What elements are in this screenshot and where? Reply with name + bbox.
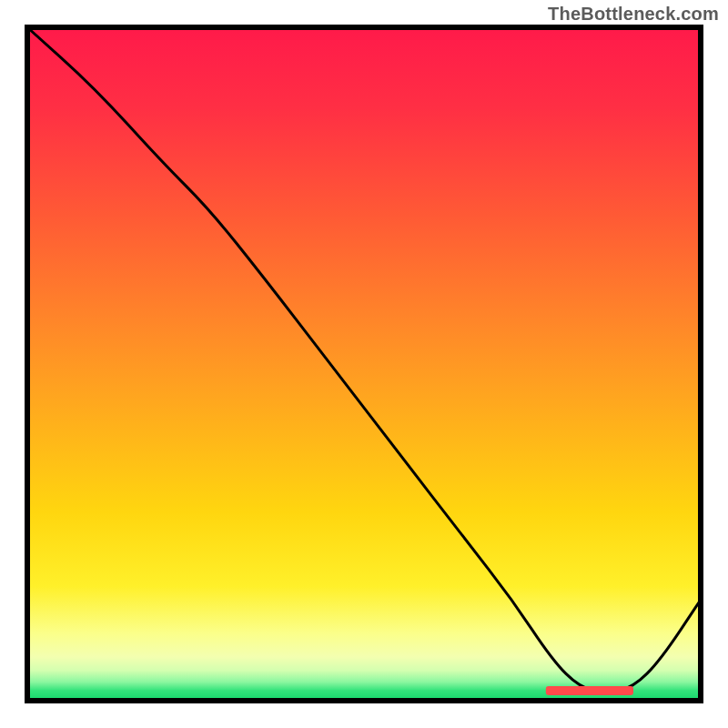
bottleneck-chart [0,0,728,728]
plot-background [27,27,701,701]
optimum-marker [546,686,633,695]
